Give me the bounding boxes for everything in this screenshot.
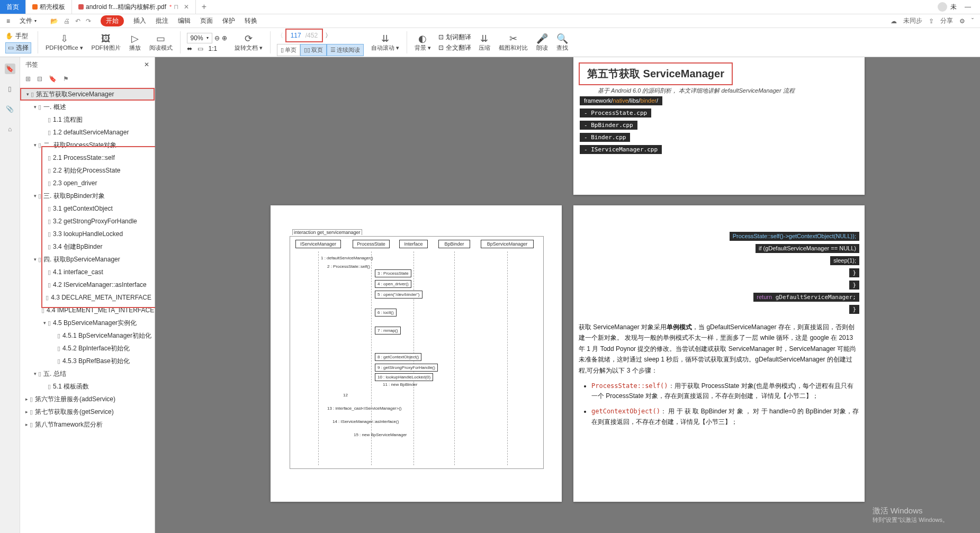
tab-template[interactable]: 稻壳模板 (26, 0, 72, 14)
rotate-doc[interactable]: ⟳旋转文档 ▾ (231, 28, 266, 57)
seq-msg: 2 : ProcessState::self() (327, 264, 370, 269)
fit-width-icon[interactable]: ⬌ (187, 45, 192, 52)
auto-scroll[interactable]: ⇊自动滚动 ▾ (368, 28, 402, 57)
open-icon[interactable]: 📂 (50, 17, 58, 25)
bookmark-item[interactable]: ▯3.1 getContextObject (20, 202, 155, 215)
zoom-in-icon[interactable]: ⊕ (222, 34, 227, 42)
bookmark-item[interactable]: ▯4.5.1 BpServiceManager初始化 (20, 329, 155, 342)
tool-hand[interactable]: ✋手型 (5, 32, 31, 41)
menu-page[interactable]: 页面 (200, 16, 213, 25)
bookmark-item[interactable]: ▾▯4.5 BpServiceManager实例化 (20, 317, 155, 329)
add-bookmark-icon[interactable]: 🔖 (49, 75, 57, 83)
actual-size-icon[interactable]: 1:1 (209, 45, 218, 52)
bookmark-item[interactable]: ▯2.2 初始化ProcessState (20, 164, 155, 177)
play-button[interactable]: ▷播放 (126, 28, 144, 57)
security-panel-icon[interactable]: ⌂ (5, 124, 15, 134)
bookmark-item[interactable]: ▸▯第八节framework层分析 (20, 418, 155, 431)
left-rail: 🔖 ▯ 📎 ⌂ (0, 57, 20, 533)
menu-start[interactable]: 开始 (101, 15, 124, 26)
user-avatar[interactable] (938, 2, 947, 12)
fit-page-icon[interactable]: ▭ (197, 45, 203, 52)
bookmark-item[interactable]: ▾▯二. 获取ProcessState对象 (20, 139, 155, 151)
print-icon[interactable]: 🖨 (64, 17, 70, 25)
window-minimize-icon[interactable]: — (960, 3, 976, 11)
sync-label[interactable]: 未同步 (903, 16, 922, 25)
bookmark-item[interactable]: ▯1.1 流程图 (20, 113, 155, 126)
document-viewport[interactable]: 第五节获取 ServiceManager 基于 Android 6.0 的源码剖… (155, 57, 980, 533)
section-subtitle: 基于 Android 6.0 的源码剖析， 本文详细地讲解 defaultSer… (598, 87, 795, 95)
menu-insert[interactable]: 插入 (133, 16, 146, 25)
redo-icon[interactable]: ↷ (86, 17, 91, 25)
collapse-icon[interactable]: ˇ (972, 17, 974, 25)
menu-convert[interactable]: 转换 (245, 16, 257, 25)
tab-home[interactable]: 首页 (0, 0, 26, 14)
background[interactable]: ◐背景 ▾ (411, 28, 434, 57)
share-label[interactable]: 分享 (940, 16, 953, 25)
bookmark-item[interactable]: ▾▯五. 总结 (20, 367, 155, 380)
page-input[interactable]: 117 /452 (285, 29, 323, 42)
bookmark-item[interactable]: ▸▯第七节获取服务(getService) (20, 405, 155, 418)
seq-msg: 10 : lookupHandleLocked(0) (375, 373, 433, 381)
title-bar: 首页 稻壳模板 android fr...精编内核解析.pdf * ⊓ ✕ + … (0, 0, 980, 14)
selection-translate[interactable]: ⊡划词翻译 (438, 33, 471, 42)
compress[interactable]: ⇊压缩 (475, 28, 493, 57)
view-single[interactable]: ▯ 单页 (277, 44, 300, 56)
bookmark-item[interactable]: ▯4.4 IMPLEMENT_META_INTERFACE (20, 304, 155, 317)
bookmark-item[interactable]: ▯4.3 DECLARE_META_INTERFACE (20, 291, 155, 304)
bookmark-item[interactable]: ▯4.2 IServiceManager::asInterface (20, 278, 155, 291)
menu-file[interactable]: 文件▾ (20, 16, 37, 25)
bookmark-ribbon-icon[interactable]: ⚑ (63, 75, 69, 83)
prev-page-icon[interactable]: 〈 (277, 31, 283, 40)
undo-icon[interactable]: ↶ (75, 17, 80, 25)
cloud-icon[interactable]: ☁ (891, 17, 897, 25)
read-mode[interactable]: ▭阅读模式 (146, 28, 176, 57)
bookmark-item[interactable]: ▯3.4 创建BpBinder (20, 240, 155, 253)
bookmark-item[interactable]: ▯3.2 getStrongProxyForHandle (20, 215, 155, 228)
menu-hamburger-icon[interactable]: ≡ (6, 17, 10, 25)
bookmark-item[interactable]: ▸▯第六节注册服务(addService) (20, 393, 155, 405)
menu-annotate[interactable]: 批注 (156, 16, 168, 25)
view-double[interactable]: ▯▯ 双页 (300, 44, 327, 56)
bookmark-item[interactable]: ▯2.1 ProcessState::self (20, 151, 155, 164)
pdf-to-image[interactable]: 🖼PDF转图片 (88, 28, 124, 57)
bookmark-item[interactable]: ▯4.5.2 BpInterface初始化 (20, 342, 155, 355)
bookmark-item[interactable]: ▯3.3 lookupHandleLocked (20, 228, 155, 240)
share-icon[interactable]: ⇪ (929, 17, 934, 25)
bookmark-item[interactable]: ▯1.2 defaultServiceManager (20, 126, 155, 139)
current-page[interactable]: 117 (286, 32, 305, 39)
attachment-panel-icon[interactable]: 📎 (5, 104, 15, 114)
seq-msg: 14 : IServiceManager::asInterface() (332, 419, 399, 424)
bookmark-panel-icon[interactable]: 🔖 (5, 64, 15, 74)
bookmark-item[interactable]: ▾▯四. 获取BpServiceManager (20, 253, 155, 266)
bookmark-item[interactable]: ▯5.1 模板函数 (20, 380, 155, 393)
collapse-all-icon[interactable]: ⊟ (37, 75, 42, 83)
bookmark-item[interactable]: ▯2.3 open_driver (20, 177, 155, 189)
tool-select[interactable]: ▭选择 (5, 42, 31, 53)
pin-icon[interactable]: ⊓ (174, 3, 178, 11)
screenshot-compare[interactable]: ✂截图和对比 (496, 28, 531, 57)
bookmark-item[interactable]: ▾▯三. 获取BpBinder对象 (20, 189, 155, 202)
menu-protect[interactable]: 保护 (222, 16, 235, 25)
close-panel-icon[interactable]: ✕ (144, 61, 149, 68)
zoom-select[interactable]: 90%▾ (187, 33, 212, 43)
bookmark-item[interactable]: ▾▯一. 概述 (20, 101, 155, 113)
bookmark-item[interactable]: ▯4.1 interface_cast (20, 266, 155, 278)
next-page-icon[interactable]: 〉 (325, 31, 331, 40)
settings-icon[interactable]: ⚙ (959, 17, 965, 25)
thumbnail-panel-icon[interactable]: ▯ (5, 84, 15, 94)
zoom-out-icon[interactable]: ⊖ (214, 34, 220, 42)
find[interactable]: 🔍查找 (553, 28, 571, 57)
bookmark-tools: ⊞ ⊟ 🔖 ⚑ (20, 72, 155, 86)
bookmark-item[interactable]: ▾▯第五节获取ServiceManager (20, 88, 155, 101)
pdf-to-office[interactable]: ⇩PDF转Office ▾ (42, 28, 86, 57)
close-tab-icon[interactable]: ✕ (184, 3, 189, 11)
expand-all-icon[interactable]: ⊞ (25, 75, 31, 83)
bookmark-item[interactable]: ▯4.5.3 BpRefBase初始化 (20, 355, 155, 367)
new-tab-button[interactable]: + (196, 0, 212, 14)
view-continuous[interactable]: ☰ 连续阅读 (327, 44, 364, 56)
read-aloud[interactable]: 🎤朗读 (533, 28, 551, 57)
tab-label: android fr...精编内核解析.pdf (86, 3, 166, 12)
tab-active-doc[interactable]: android fr...精编内核解析.pdf * ⊓ ✕ (72, 0, 196, 14)
menu-edit[interactable]: 编辑 (178, 16, 191, 25)
full-translate[interactable]: ⊡全文翻译 (438, 43, 471, 52)
